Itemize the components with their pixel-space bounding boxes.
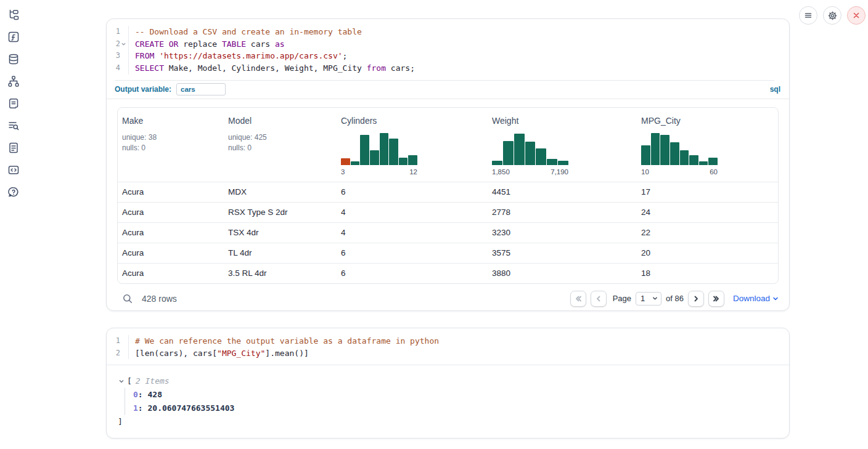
line-number: 2 bbox=[116, 38, 120, 51]
code-token: -- Download a CSV and create an in-memor… bbox=[135, 27, 362, 36]
axis-min-label: 3 bbox=[341, 168, 345, 176]
table-row[interactable]: Acura3.5 RL 4dr6388018 bbox=[118, 263, 778, 283]
table-cell: 2778 bbox=[488, 208, 637, 217]
last-page-button[interactable] bbox=[708, 291, 724, 307]
histogram-bar bbox=[547, 159, 557, 164]
column-name[interactable]: MPG_City bbox=[641, 116, 772, 126]
code-token: OR bbox=[169, 39, 179, 49]
column-name[interactable]: Weight bbox=[492, 116, 631, 126]
line-number: 2 bbox=[116, 347, 120, 360]
language-badge[interactable]: sql bbox=[770, 85, 780, 94]
sql-cell: 1-- Download a CSV and create an in-memo… bbox=[106, 18, 790, 311]
help-icon[interactable] bbox=[7, 186, 20, 198]
tree-entry: 0: 428 bbox=[133, 388, 789, 402]
gutter: 1 bbox=[107, 26, 129, 38]
column-name[interactable]: Make bbox=[122, 116, 218, 126]
histogram-bar bbox=[389, 139, 398, 165]
list-search-icon[interactable] bbox=[7, 119, 20, 132]
table-cell: 3.5 RL 4dr bbox=[224, 269, 337, 278]
tree-entry-value: 20.060747663551403 bbox=[147, 403, 234, 413]
sidebar bbox=[0, 0, 27, 449]
line-number: 1 bbox=[116, 26, 120, 38]
table-row[interactable]: AcuraTL 4dr6357520 bbox=[118, 243, 778, 263]
column-name[interactable]: Model bbox=[228, 116, 330, 126]
chevron-down-icon bbox=[652, 296, 658, 301]
code-token: # We can reference the output variable a… bbox=[135, 336, 439, 346]
code-token: "MPG_City" bbox=[217, 349, 265, 358]
table-column-header: Cylinders312 bbox=[337, 108, 488, 182]
download-button[interactable]: Download bbox=[733, 294, 779, 303]
column-stat: nulls: 0 bbox=[228, 143, 330, 153]
code-token: CREATE bbox=[135, 39, 164, 49]
fold-chevron-icon[interactable] bbox=[120, 41, 127, 47]
table-cell: 6 bbox=[337, 187, 488, 196]
histogram-bar bbox=[341, 158, 350, 164]
dependency-graph-icon[interactable] bbox=[7, 75, 20, 87]
code-token: replace bbox=[178, 39, 221, 49]
code-token: cars; bbox=[386, 63, 415, 73]
database-icon[interactable] bbox=[7, 53, 20, 65]
table-cell: Acura bbox=[118, 248, 224, 257]
histogram-bar bbox=[651, 133, 660, 165]
settings-gear-button[interactable] bbox=[823, 6, 841, 25]
code-token: TABLE bbox=[222, 39, 246, 49]
next-page-button[interactable] bbox=[688, 291, 704, 307]
column-stat: nulls: 0 bbox=[122, 143, 218, 153]
histogram-bar bbox=[670, 142, 679, 164]
page-select[interactable]: 1 bbox=[636, 292, 661, 305]
code-snippet-icon[interactable] bbox=[7, 164, 20, 176]
code-text: SELECT Make, Model, Cylinders, Weight, M… bbox=[129, 62, 415, 75]
table-row[interactable]: AcuraMDX6445117 bbox=[118, 182, 778, 202]
code-token: FROM bbox=[135, 51, 154, 60]
histogram-bar bbox=[689, 155, 698, 165]
pagination: Page 1 of 86 bbox=[570, 291, 724, 307]
shutdown-close-button[interactable] bbox=[847, 6, 866, 25]
code-token: SELECT bbox=[135, 63, 164, 73]
tree-entry-key: 0 bbox=[133, 390, 138, 399]
table-row[interactable]: AcuraRSX Type S 2dr4277824 bbox=[118, 202, 778, 222]
file-tree-icon[interactable] bbox=[7, 9, 20, 21]
histogram-bar bbox=[514, 134, 525, 164]
table-footer: 428 rows Page 1 of 86 bbox=[117, 284, 779, 311]
table-cell: Acura bbox=[118, 269, 224, 278]
histogram-bars[interactable] bbox=[341, 133, 417, 165]
column-histogram: 1060 bbox=[641, 133, 718, 176]
scroll-icon[interactable] bbox=[7, 97, 20, 110]
histogram-bars[interactable] bbox=[641, 133, 718, 165]
chevron-down-icon bbox=[772, 296, 779, 302]
table-cell: RSX Type S 2dr bbox=[224, 208, 337, 217]
line-number: 3 bbox=[116, 50, 120, 62]
tree-entries: 0: 4281: 20.060747663551403 bbox=[125, 388, 789, 415]
code-line: 2[len(cars), cars["MPG_City"].mean()] bbox=[107, 347, 789, 360]
table-header: Makeunique: 38nulls: 0Modelunique: 425nu… bbox=[118, 108, 778, 182]
menu-button[interactable] bbox=[799, 6, 817, 25]
download-label: Download bbox=[733, 294, 770, 303]
function-icon[interactable] bbox=[7, 31, 20, 43]
table-column-header: MPG_City1060 bbox=[637, 108, 778, 182]
code-token bbox=[164, 39, 169, 49]
output-variable-input[interactable] bbox=[176, 83, 226, 95]
table-row[interactable]: AcuraTSX 4dr4323022 bbox=[118, 222, 778, 243]
table-cell: 18 bbox=[637, 269, 778, 278]
gutter: 2 bbox=[107, 38, 129, 51]
previous-page-button[interactable] bbox=[591, 291, 607, 307]
column-name[interactable]: Cylinders bbox=[341, 116, 481, 126]
code-token: Make, Model, Cylinders, Weight, MPG_City bbox=[164, 63, 367, 73]
histogram-bars[interactable] bbox=[492, 133, 568, 165]
table-cell: 17 bbox=[637, 187, 778, 196]
tree-collapse-icon[interactable] bbox=[118, 378, 125, 385]
histogram-bar bbox=[660, 135, 669, 164]
histogram-bar bbox=[641, 145, 650, 165]
code-token bbox=[154, 51, 159, 60]
document-icon[interactable] bbox=[7, 142, 20, 154]
axis-max-label: 60 bbox=[710, 168, 718, 176]
row-count: 428 rows bbox=[142, 294, 177, 304]
code-line: 1# We can reference the output variable … bbox=[107, 335, 789, 347]
search-icon[interactable] bbox=[122, 293, 133, 304]
first-page-button[interactable] bbox=[570, 291, 586, 307]
sql-code-editor[interactable]: 1-- Download a CSV and create an in-memo… bbox=[107, 19, 789, 78]
code-token: cars bbox=[246, 39, 275, 49]
table-cell: 6 bbox=[337, 269, 488, 278]
tree-entry: 1: 20.060747663551403 bbox=[133, 402, 789, 415]
python-code-editor[interactable]: 1# We can reference the output variable … bbox=[107, 328, 789, 365]
